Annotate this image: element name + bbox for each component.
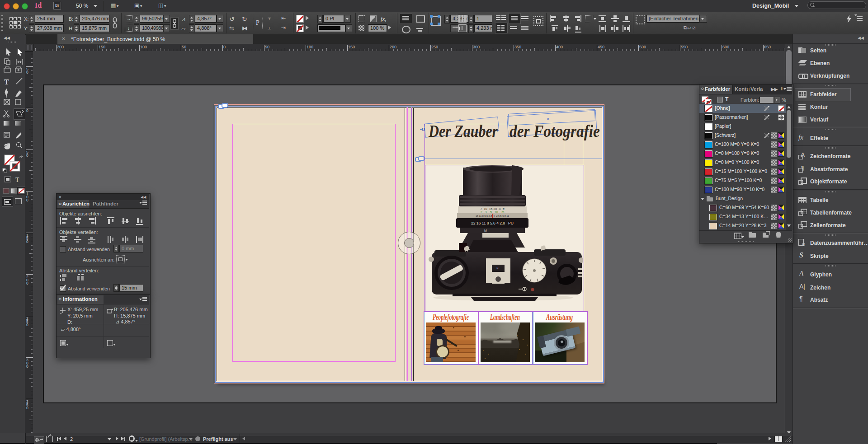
svg-text:Ausrüstung: Ausrüstung	[546, 313, 573, 322]
svg-text:×: ×	[496, 266, 499, 270]
svg-text:T: T	[4, 78, 9, 86]
svg-text:Der Zauber: Der Zauber	[428, 122, 498, 140]
svg-text:der Fotografie: der Fotografie	[509, 122, 600, 140]
svg-text:M: M	[484, 229, 487, 232]
svg-text:2 3 5 10 m: 2 3 5 10 m	[481, 210, 505, 214]
svg-text:T: T	[15, 177, 19, 183]
svg-text:22 16 11 8 5.6 4 2.8 PU: 22 16 11 8 5.6 4 2.8 PU	[471, 221, 514, 225]
svg-text:Peoplefotografie: Peoplefotografie	[432, 313, 469, 322]
svg-text:Landschaften: Landschaften	[490, 313, 520, 322]
